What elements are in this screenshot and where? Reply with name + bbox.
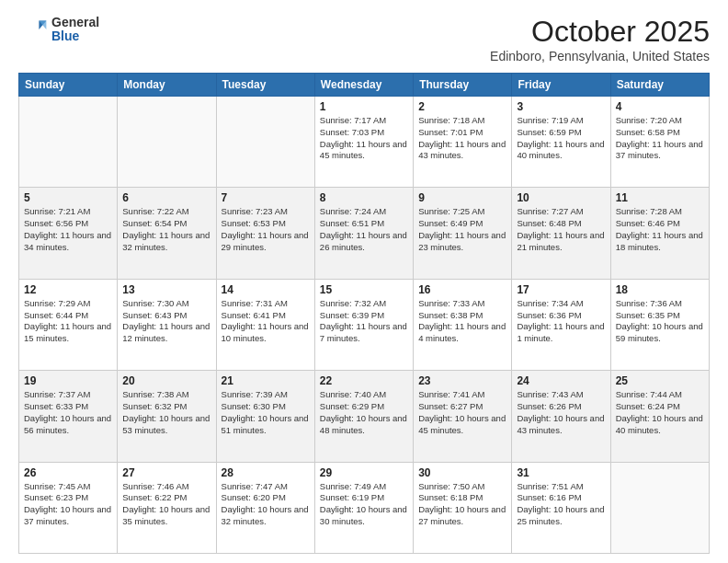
table-row [610,462,709,553]
day-number: 29 [320,466,408,479]
col-saturday: Saturday [610,74,709,97]
day-number: 24 [517,374,605,387]
day-info: Sunrise: 7:39 AM Sunset: 6:30 PM Dayligh… [222,389,310,436]
calendar-table: Sunday Monday Tuesday Wednesday Thursday… [18,73,710,554]
day-number: 11 [616,191,704,204]
day-info: Sunrise: 7:38 AM Sunset: 6:32 PM Dayligh… [122,389,210,436]
day-info: Sunrise: 7:17 AM Sunset: 7:03 PM Dayligh… [320,115,408,162]
table-row: 5Sunrise: 7:21 AM Sunset: 6:56 PM Daylig… [19,188,118,279]
day-info: Sunrise: 7:45 AM Sunset: 6:23 PM Dayligh… [24,481,112,528]
table-row [19,97,118,188]
day-info: Sunrise: 7:32 AM Sunset: 6:39 PM Dayligh… [320,298,408,345]
day-number: 22 [320,374,408,387]
day-number: 31 [517,466,605,479]
page: General Blue October 2025 Edinboro, Penn… [0,0,728,563]
day-info: Sunrise: 7:22 AM Sunset: 6:54 PM Dayligh… [122,206,210,253]
calendar-week-row: 5Sunrise: 7:21 AM Sunset: 6:56 PM Daylig… [19,188,710,279]
calendar-header-row: Sunday Monday Tuesday Wednesday Thursday… [19,74,710,97]
table-row: 17Sunrise: 7:34 AM Sunset: 6:36 PM Dayli… [512,279,610,370]
day-number: 15 [320,283,408,296]
day-number: 5 [24,191,112,204]
table-row: 24Sunrise: 7:43 AM Sunset: 6:26 PM Dayli… [512,371,610,462]
col-sunday: Sunday [19,74,118,97]
table-row [118,97,216,188]
calendar-week-row: 1Sunrise: 7:17 AM Sunset: 7:03 PM Daylig… [19,97,710,188]
day-info: Sunrise: 7:36 AM Sunset: 6:35 PM Dayligh… [616,298,704,345]
day-info: Sunrise: 7:27 AM Sunset: 6:48 PM Dayligh… [517,206,605,253]
day-number: 28 [222,466,310,479]
table-row: 23Sunrise: 7:41 AM Sunset: 6:27 PM Dayli… [414,371,512,462]
day-info: Sunrise: 7:50 AM Sunset: 6:18 PM Dayligh… [418,481,506,528]
day-info: Sunrise: 7:30 AM Sunset: 6:43 PM Dayligh… [122,298,210,345]
location: Edinboro, Pennsylvania, United States [490,49,710,63]
table-row: 12Sunrise: 7:29 AM Sunset: 6:44 PM Dayli… [19,279,118,370]
day-info: Sunrise: 7:28 AM Sunset: 6:46 PM Dayligh… [616,206,704,253]
day-info: Sunrise: 7:19 AM Sunset: 6:59 PM Dayligh… [517,115,605,162]
col-friday: Friday [512,74,610,97]
col-thursday: Thursday [414,74,512,97]
day-info: Sunrise: 7:24 AM Sunset: 6:51 PM Dayligh… [320,206,408,253]
col-wednesday: Wednesday [314,74,413,97]
day-number: 14 [222,283,310,296]
day-info: Sunrise: 7:31 AM Sunset: 6:41 PM Dayligh… [222,298,310,345]
day-number: 26 [24,466,112,479]
table-row: 7Sunrise: 7:23 AM Sunset: 6:53 PM Daylig… [216,188,314,279]
table-row: 3Sunrise: 7:19 AM Sunset: 6:59 PM Daylig… [512,97,610,188]
day-number: 3 [517,100,605,113]
table-row: 26Sunrise: 7:45 AM Sunset: 6:23 PM Dayli… [19,462,118,553]
day-number: 2 [418,100,506,113]
table-row: 18Sunrise: 7:36 AM Sunset: 6:35 PM Dayli… [610,279,709,370]
table-row: 20Sunrise: 7:38 AM Sunset: 6:32 PM Dayli… [118,371,216,462]
day-info: Sunrise: 7:25 AM Sunset: 6:49 PM Dayligh… [418,206,506,253]
day-number: 25 [616,374,704,387]
calendar-week-row: 19Sunrise: 7:37 AM Sunset: 6:33 PM Dayli… [19,371,710,462]
table-row: 31Sunrise: 7:51 AM Sunset: 6:16 PM Dayli… [512,462,610,553]
table-row: 19Sunrise: 7:37 AM Sunset: 6:33 PM Dayli… [19,371,118,462]
day-info: Sunrise: 7:43 AM Sunset: 6:26 PM Dayligh… [517,389,605,436]
table-row: 27Sunrise: 7:46 AM Sunset: 6:22 PM Dayli… [118,462,216,553]
logo-icon [18,15,48,44]
table-row: 9Sunrise: 7:25 AM Sunset: 6:49 PM Daylig… [414,188,512,279]
day-number: 13 [122,283,210,296]
calendar-week-row: 12Sunrise: 7:29 AM Sunset: 6:44 PM Dayli… [19,279,710,370]
day-number: 17 [517,283,605,296]
day-number: 1 [320,100,408,113]
table-row: 21Sunrise: 7:39 AM Sunset: 6:30 PM Dayli… [216,371,314,462]
day-number: 19 [24,374,112,387]
month-title: October 2025 [490,15,710,49]
table-row: 30Sunrise: 7:50 AM Sunset: 6:18 PM Dayli… [414,462,512,553]
day-number: 10 [517,191,605,204]
day-number: 8 [320,191,408,204]
table-row: 22Sunrise: 7:40 AM Sunset: 6:29 PM Dayli… [314,371,413,462]
table-row: 14Sunrise: 7:31 AM Sunset: 6:41 PM Dayli… [216,279,314,370]
col-monday: Monday [118,74,216,97]
day-info: Sunrise: 7:46 AM Sunset: 6:22 PM Dayligh… [122,481,210,528]
day-info: Sunrise: 7:20 AM Sunset: 6:58 PM Dayligh… [616,115,704,162]
table-row [216,97,314,188]
day-number: 23 [418,374,506,387]
table-row: 6Sunrise: 7:22 AM Sunset: 6:54 PM Daylig… [118,188,216,279]
day-info: Sunrise: 7:34 AM Sunset: 6:36 PM Dayligh… [517,298,605,345]
logo: General Blue [18,15,99,44]
table-row: 25Sunrise: 7:44 AM Sunset: 6:24 PM Dayli… [610,371,709,462]
day-info: Sunrise: 7:18 AM Sunset: 7:01 PM Dayligh… [418,115,506,162]
day-info: Sunrise: 7:21 AM Sunset: 6:56 PM Dayligh… [24,206,112,253]
table-row: 1Sunrise: 7:17 AM Sunset: 7:03 PM Daylig… [314,97,413,188]
table-row: 28Sunrise: 7:47 AM Sunset: 6:20 PM Dayli… [216,462,314,553]
day-number: 6 [122,191,210,204]
day-info: Sunrise: 7:47 AM Sunset: 6:20 PM Dayligh… [222,481,310,528]
table-row: 15Sunrise: 7:32 AM Sunset: 6:39 PM Dayli… [314,279,413,370]
title-block: October 2025 Edinboro, Pennsylvania, Uni… [490,15,710,63]
day-number: 27 [122,466,210,479]
day-info: Sunrise: 7:37 AM Sunset: 6:33 PM Dayligh… [24,389,112,436]
day-number: 4 [616,100,704,113]
table-row: 4Sunrise: 7:20 AM Sunset: 6:58 PM Daylig… [610,97,709,188]
header: General Blue October 2025 Edinboro, Penn… [18,15,710,63]
day-info: Sunrise: 7:41 AM Sunset: 6:27 PM Dayligh… [418,389,506,436]
logo-text: General Blue [51,16,99,44]
table-row: 16Sunrise: 7:33 AM Sunset: 6:38 PM Dayli… [414,279,512,370]
table-row: 10Sunrise: 7:27 AM Sunset: 6:48 PM Dayli… [512,188,610,279]
day-info: Sunrise: 7:44 AM Sunset: 6:24 PM Dayligh… [616,389,704,436]
day-info: Sunrise: 7:29 AM Sunset: 6:44 PM Dayligh… [24,298,112,345]
table-row: 11Sunrise: 7:28 AM Sunset: 6:46 PM Dayli… [610,188,709,279]
